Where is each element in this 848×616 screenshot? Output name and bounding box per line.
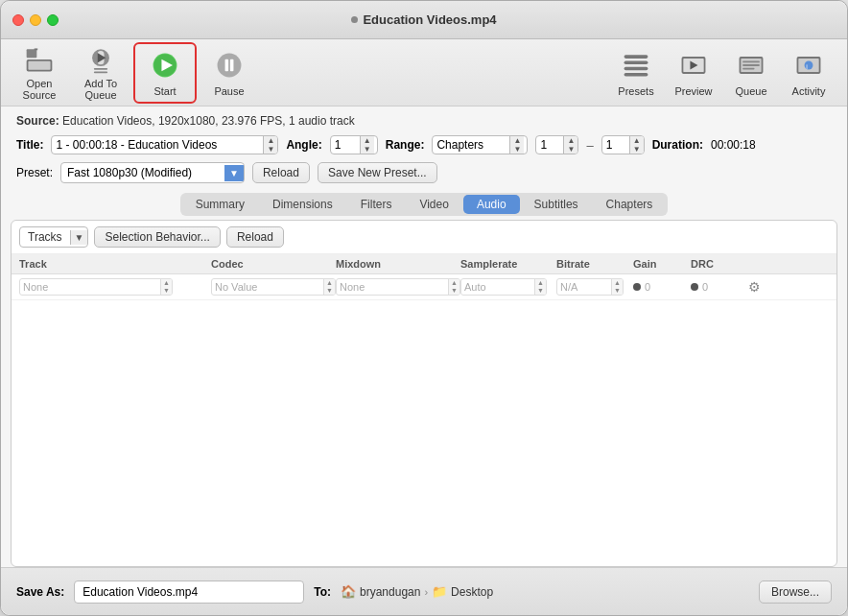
range-end-up[interactable]: ▲ <box>630 136 644 145</box>
range-label: Range: <box>386 138 425 152</box>
queue-label: Queue <box>735 85 766 97</box>
reload-preset-button[interactable]: Reload <box>252 162 310 183</box>
codec-cell-wrap: No Value ▲ ▼ <box>211 278 336 296</box>
range-end-down[interactable]: ▼ <box>630 145 644 154</box>
tabs-row: Summary Dimensions Filters Video Audio S… <box>1 187 847 220</box>
range-start-stepper: ▲ ▼ <box>563 136 577 154</box>
range-start-down[interactable]: ▼ <box>564 145 577 154</box>
pause-button[interactable]: Pause <box>200 45 258 101</box>
close-button[interactable] <box>12 14 24 26</box>
browse-button[interactable]: Browse... <box>759 580 832 604</box>
source-value: Education Videos, 1920x1080, 23.976 FPS,… <box>62 114 355 128</box>
svg-rect-24 <box>742 61 760 63</box>
to-label: To: <box>314 585 331 599</box>
bitrate-stepper: ▲ ▼ <box>611 279 623 295</box>
toolbar: Open Source Add To Queue <box>1 39 847 107</box>
titlebar: Education Videos.mp4 <box>1 1 847 39</box>
samplerate-select[interactable]: Auto <box>461 279 534 295</box>
mixdown-stepper-down[interactable]: ▼ <box>449 287 459 295</box>
svg-rect-15 <box>624 55 648 59</box>
audio-table: Track Codec Mixdown Samplerate Bitrate G… <box>12 254 836 566</box>
preset-select[interactable]: Fast 1080p30 (Modified) <box>61 163 224 182</box>
gain-dot[interactable] <box>633 283 641 291</box>
svg-rect-25 <box>742 64 760 66</box>
samplerate-stepper-up[interactable]: ▲ <box>535 279 546 287</box>
track-stepper-up[interactable]: ▲ <box>161 279 172 287</box>
tab-summary[interactable]: Summary <box>182 195 258 214</box>
bitrate-select[interactable]: N/A <box>557 279 611 295</box>
samplerate-stepper: ▲ ▼ <box>534 279 546 295</box>
save-as-label: Save As: <box>16 585 64 599</box>
range-end-wrap: ▲ ▼ <box>601 135 645 154</box>
col-drc: DRC <box>691 258 748 270</box>
tracks-button[interactable]: Tracks <box>20 227 70 247</box>
save-as-input[interactable] <box>74 580 304 604</box>
row-settings[interactable]: ⚙ <box>748 279 777 295</box>
tracks-btn-wrap: Tracks ▼ <box>19 226 88 248</box>
selection-behavior-button[interactable]: Selection Behavior... <box>94 226 220 248</box>
codec-stepper-down[interactable]: ▼ <box>324 287 335 295</box>
title-dot-icon <box>351 16 358 23</box>
title-stepper-up[interactable]: ▲ <box>264 136 277 145</box>
queue-button[interactable]: Queue <box>722 45 780 101</box>
track-stepper-down[interactable]: ▼ <box>161 287 172 295</box>
add-to-queue-button[interactable]: Add To Queue <box>72 45 130 101</box>
tab-filters[interactable]: Filters <box>347 195 406 214</box>
track-select[interactable]: None <box>20 279 160 295</box>
app-window: Education Videos.mp4 Open Source <box>0 0 848 616</box>
angle-stepper-up[interactable]: ▲ <box>361 136 374 145</box>
range-start-up[interactable]: ▲ <box>564 136 577 145</box>
preview-icon <box>676 48 711 83</box>
add-to-queue-label: Add To Queue <box>72 78 130 101</box>
maximize-button[interactable] <box>47 14 59 26</box>
preview-button[interactable]: Preview <box>665 45 722 101</box>
title-select[interactable]: 1 - 00:00:18 - Education Videos <box>52 136 263 154</box>
samplerate-stepper-down[interactable]: ▼ <box>535 287 546 295</box>
tracks-dropdown-button[interactable]: ▼ <box>70 230 88 245</box>
tab-dimensions[interactable]: Dimensions <box>259 195 346 214</box>
preset-dropdown-button[interactable]: ▼ <box>224 165 244 181</box>
gain-cell: 0 <box>633 281 691 293</box>
codec-stepper-up[interactable]: ▲ <box>324 279 335 287</box>
pause-label: Pause <box>214 85 244 97</box>
audio-reload-button[interactable]: Reload <box>226 226 284 248</box>
presets-button[interactable]: Presets <box>607 45 665 101</box>
tab-audio[interactable]: Audio <box>463 195 520 214</box>
preset-select-wrap: Fast 1080p30 (Modified) ▼ <box>60 162 245 183</box>
bitrate-stepper-up[interactable]: ▲ <box>612 279 623 287</box>
mixdown-stepper-up[interactable]: ▲ <box>449 279 459 287</box>
start-button[interactable]: Start <box>136 45 194 101</box>
svg-rect-13 <box>225 59 229 71</box>
range-stepper-down[interactable]: ▼ <box>510 145 524 154</box>
range-stepper-up[interactable]: ▲ <box>510 136 524 145</box>
activity-button[interactable]: i Activity <box>780 45 837 101</box>
svg-rect-2 <box>28 61 50 70</box>
angle-stepper: ▲ ▼ <box>360 136 374 154</box>
svg-rect-18 <box>624 73 648 77</box>
angle-input[interactable] <box>331 136 360 154</box>
open-source-icon <box>22 44 57 75</box>
traffic-lights <box>12 14 59 26</box>
minimize-button[interactable] <box>30 14 41 26</box>
source-bar: Source: Education Videos, 1920x1080, 23.… <box>1 107 847 131</box>
angle-stepper-down[interactable]: ▼ <box>361 145 374 154</box>
save-new-preset-button[interactable]: Save New Preset... <box>318 162 437 183</box>
drc-dot[interactable] <box>691 283 698 291</box>
svg-rect-0 <box>27 49 37 58</box>
range-end-input[interactable] <box>602 136 629 154</box>
path-area: 🏠 bryandugan › 📁 Desktop <box>341 584 493 599</box>
title-stepper-down[interactable]: ▼ <box>264 145 277 154</box>
mixdown-select[interactable]: None <box>337 279 448 295</box>
tab-video[interactable]: Video <box>406 195 461 214</box>
angle-select-wrap: ▲ ▼ <box>330 135 378 154</box>
bitrate-stepper-down[interactable]: ▼ <box>612 287 623 295</box>
tab-subtitles[interactable]: Subtitles <box>521 195 592 214</box>
codec-select[interactable]: No Value <box>212 279 323 295</box>
open-source-button[interactable]: Open Source <box>11 45 68 101</box>
bitrate-cell-wrap: N/A ▲ ▼ <box>556 278 624 296</box>
range-type-select[interactable]: Chapters <box>433 136 509 154</box>
title-stepper: ▲ ▼ <box>263 136 277 154</box>
tab-chapters[interactable]: Chapters <box>593 195 667 214</box>
range-start-input[interactable] <box>536 136 563 154</box>
svg-rect-7 <box>94 68 107 70</box>
